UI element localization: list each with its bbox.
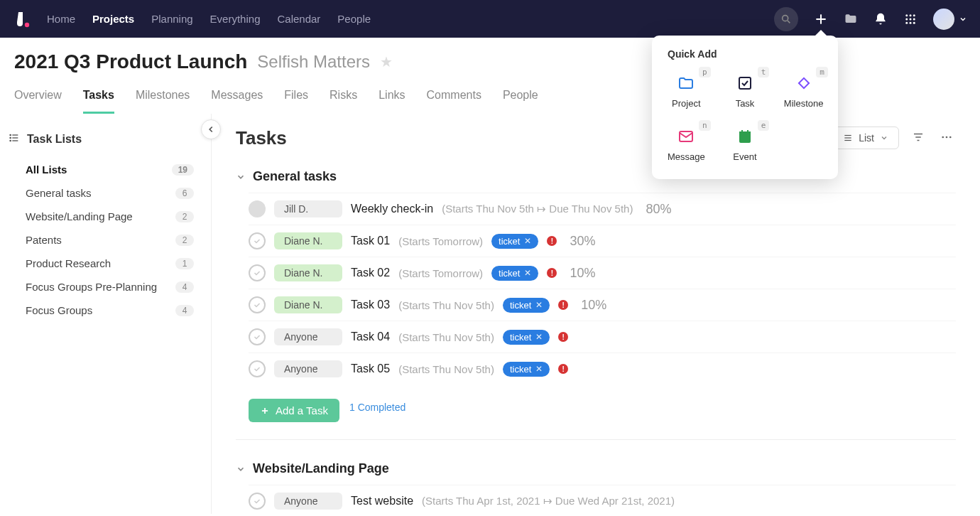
alert-icon[interactable]: ! xyxy=(558,332,568,342)
tab-risks[interactable]: Risks xyxy=(330,89,357,114)
nav-planning[interactable]: Planning xyxy=(151,13,192,25)
task-list-item[interactable]: Focus Groups4 xyxy=(9,299,200,321)
tab-overview[interactable]: Overview xyxy=(14,89,62,114)
quick-add-message[interactable]: nMessage xyxy=(659,120,714,169)
task-dates: (Starts Thu Nov 5th) xyxy=(398,331,494,343)
top-nav: HomeProjectsPlanningEverythingCalendarPe… xyxy=(0,0,980,38)
tag-remove-icon[interactable]: ✕ xyxy=(524,268,531,278)
task-group-header[interactable]: General tasks xyxy=(236,169,956,184)
task-assignee[interactable]: Diane N. xyxy=(274,264,342,281)
nav-projects[interactable]: Projects xyxy=(92,13,134,25)
tab-links[interactable]: Links xyxy=(379,89,405,114)
svg-point-8 xyxy=(905,18,908,20)
tab-files[interactable]: Files xyxy=(284,89,308,114)
star-icon[interactable]: ★ xyxy=(380,53,393,70)
bell-icon[interactable] xyxy=(873,12,888,26)
task-check[interactable] xyxy=(249,360,266,377)
task-list-label: Focus Groups Pre-Planning xyxy=(26,281,157,293)
nav-everything[interactable]: Everything xyxy=(210,13,261,25)
task-tag[interactable]: ticket✕ xyxy=(503,298,550,313)
folder-icon[interactable] xyxy=(844,12,858,26)
tag-remove-icon[interactable]: ✕ xyxy=(535,332,543,342)
task-list-item[interactable]: Website/Landing Page2 xyxy=(9,205,200,227)
task-row[interactable]: Diane N.Task 01(Starts Tomorrow)ticket✕!… xyxy=(249,225,956,257)
collapse-sidebar-button[interactable] xyxy=(201,119,221,139)
nav-people[interactable]: People xyxy=(337,13,371,25)
task-assignee[interactable]: Anyone xyxy=(274,360,342,377)
task-row[interactable]: AnyoneTask 05(Starts Thu Nov 5th)ticket✕… xyxy=(249,353,956,385)
task-row[interactable]: Diane N.Task 02(Starts Tomorrow)ticket✕!… xyxy=(249,257,956,289)
task-group-header[interactable]: Website/Landing Page xyxy=(236,461,956,476)
user-menu[interactable] xyxy=(933,9,967,30)
add-task-label: Add a Task xyxy=(276,404,328,416)
quick-add-project[interactable]: pProject xyxy=(659,67,714,116)
task-tag[interactable]: ticket✕ xyxy=(503,362,550,377)
task-list-item[interactable]: General tasks6 xyxy=(9,182,200,204)
task-check[interactable] xyxy=(249,264,266,281)
tab-comments[interactable]: Comments xyxy=(427,89,481,114)
task-lists-sidebar: Task Lists All Lists19General tasks6Webs… xyxy=(0,114,212,514)
view-selector[interactable]: List xyxy=(832,127,899,149)
quick-add-button[interactable] xyxy=(814,12,828,26)
task-row[interactable]: AnyoneTest website(Starts Thu Apr 1st, 2… xyxy=(249,485,956,514)
quick-add-label: Event xyxy=(733,151,756,162)
task-tag[interactable]: ticket✕ xyxy=(503,330,550,345)
quick-add-task[interactable]: tTask xyxy=(718,67,773,116)
task-assignee[interactable]: Diane N. xyxy=(274,232,342,249)
task-tag[interactable]: ticket✕ xyxy=(491,234,538,249)
task-assignee[interactable]: Anyone xyxy=(274,328,342,345)
task-assignee[interactable]: Jill D. xyxy=(274,200,342,217)
add-task-button[interactable]: Add a Task xyxy=(249,399,339,422)
task-list-item[interactable]: Product Research1 xyxy=(9,252,200,274)
search-button[interactable] xyxy=(774,7,798,31)
task-check[interactable] xyxy=(249,296,266,313)
task-row[interactable]: Jill D.Weekly check-in(Starts Thu Nov 5t… xyxy=(249,193,956,225)
quick-add-event[interactable]: eEvent xyxy=(718,120,773,169)
tab-milestones[interactable]: Milestones xyxy=(136,89,190,114)
diamond-icon xyxy=(795,74,813,92)
filter-icon[interactable] xyxy=(909,128,927,149)
tag-remove-icon[interactable]: ✕ xyxy=(535,364,543,374)
task-check[interactable] xyxy=(249,493,266,510)
more-options-icon[interactable] xyxy=(937,128,956,149)
tab-people[interactable]: People xyxy=(503,89,538,114)
task-tag[interactable]: ticket✕ xyxy=(491,266,538,281)
completed-link[interactable]: 1 Completed xyxy=(349,402,405,413)
alert-icon[interactable]: ! xyxy=(558,364,568,374)
svg-point-0 xyxy=(25,22,29,26)
tag-remove-icon[interactable]: ✕ xyxy=(535,300,543,310)
tab-messages[interactable]: Messages xyxy=(211,89,263,114)
task-assignee[interactable]: Diane N. xyxy=(274,296,342,313)
task-list-item[interactable]: Focus Groups Pre-Planning4 xyxy=(9,276,200,298)
task-list-count: 2 xyxy=(175,235,194,246)
quick-add-milestone[interactable]: mMilestone xyxy=(776,67,831,116)
alert-icon[interactable]: ! xyxy=(547,268,557,278)
task-tag-label: ticket xyxy=(510,364,531,375)
alert-icon[interactable]: ! xyxy=(558,300,568,310)
svg-point-6 xyxy=(910,14,912,16)
task-dates: (Starts Thu Nov 5th) xyxy=(398,363,494,375)
task-check[interactable] xyxy=(249,200,266,217)
nav-calendar[interactable]: Calendar xyxy=(277,13,320,25)
task-list-item[interactable]: All Lists19 xyxy=(9,158,200,181)
task-check[interactable] xyxy=(249,328,266,345)
apps-grid-icon[interactable] xyxy=(903,12,918,26)
task-row[interactable]: Diane N.Task 03(Starts Thu Nov 5th)ticke… xyxy=(249,289,956,321)
task-group-name: General tasks xyxy=(253,169,337,184)
alert-icon[interactable]: ! xyxy=(547,236,557,246)
nav-home[interactable]: Home xyxy=(47,13,75,25)
tag-remove-icon[interactable]: ✕ xyxy=(524,236,531,246)
task-progress: 10% xyxy=(581,298,606,313)
tab-tasks[interactable]: Tasks xyxy=(83,89,114,114)
task-list-count: 6 xyxy=(175,188,194,199)
task-assignee[interactable]: Anyone xyxy=(274,493,342,510)
svg-point-18 xyxy=(10,137,11,138)
app-logo[interactable] xyxy=(13,9,33,29)
task-list-label: Product Research xyxy=(26,257,111,269)
task-list-item[interactable]: Patents2 xyxy=(9,229,200,251)
task-check[interactable] xyxy=(249,232,266,249)
svg-point-19 xyxy=(10,140,11,141)
content-heading: Tasks xyxy=(236,127,287,149)
task-row[interactable]: AnyoneTask 04(Starts Thu Nov 5th)ticket✕… xyxy=(249,321,956,353)
task-title: Task 02 xyxy=(351,267,390,279)
